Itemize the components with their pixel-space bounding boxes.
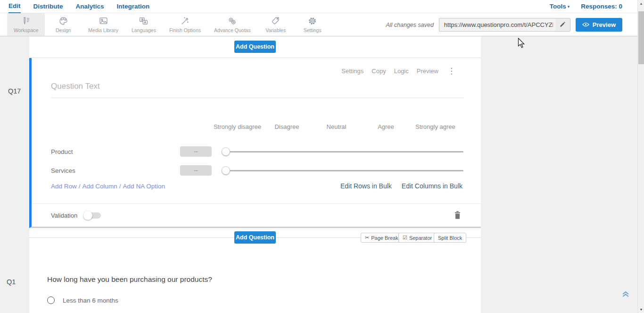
validation-toggle[interactable] [84, 212, 101, 219]
add-links: Add Row/Add Column/Add NA Option [51, 183, 165, 190]
question-logic-link[interactable]: Logic [394, 68, 409, 75]
edit-rows-bulk-link[interactable]: Edit Rows in Bulk [340, 182, 392, 190]
rating-slider [222, 147, 463, 156]
toolbar-item-label: Advance Quotas [214, 27, 251, 33]
nav-tab-distribute[interactable]: Distribute [33, 0, 63, 13]
separator-label: Separator [409, 235, 432, 241]
toolbar-item-label: Languages [132, 27, 156, 33]
toolbar-item-label: Workspace [14, 27, 38, 33]
question-actions: Settings Copy Logic Preview ⋮ [341, 68, 456, 75]
question-preview-link[interactable]: Preview [417, 68, 438, 75]
toolbar-item-label: Settings [304, 27, 322, 33]
toolbar-item-advance-quotas[interactable]: Advance Quotas [207, 13, 257, 36]
question-text-input[interactable]: Question Text [51, 82, 464, 98]
add-na-option-link[interactable]: Add NA Option [123, 183, 165, 190]
scrollbar-down-arrow[interactable]: ▼ [638, 306, 644, 313]
question-copy-link[interactable]: Copy [372, 68, 386, 75]
toolbar-item-settings[interactable]: Settings [294, 13, 331, 36]
q1-title[interactable]: How long have you been purchasing our pr… [47, 275, 212, 284]
scrollbar-up-arrow[interactable]: ▲ [638, 0, 644, 7]
survey-url-field [439, 18, 570, 32]
toolbar-item-label: Media Library [88, 27, 118, 33]
scale-label: Agree [361, 114, 411, 140]
scrollbar-thumb[interactable] [638, 11, 644, 64]
delete-question-button[interactable] [454, 211, 461, 221]
row-label-product[interactable]: Product [51, 148, 180, 155]
toolbar-item-design[interactable]: Design [45, 13, 82, 36]
separator-button[interactable]: ☑ Separator [398, 233, 436, 243]
responses-count[interactable]: Responses: 0 [581, 0, 622, 13]
row-label-services[interactable]: Services [51, 167, 180, 174]
eye-icon [582, 21, 589, 28]
validation-row: Validation [32, 203, 483, 227]
add-question-strip-top: Add Question [29, 36, 481, 58]
questionpro-survey-editor: Edit Distribute Analytics Integration To… [0, 0, 644, 313]
palette-icon [58, 16, 68, 26]
q1-option[interactable]: Less than 6 months [47, 296, 118, 304]
checkbox-icon: ☑ [403, 235, 407, 241]
slider-handle[interactable] [222, 166, 230, 175]
edit-url-button[interactable] [556, 18, 570, 31]
top-nav: Edit Distribute Analytics Integration To… [0, 0, 637, 13]
radio-button-icon[interactable] [47, 296, 55, 304]
double-chevron-up-icon [621, 292, 630, 300]
insert-strip: Add Question ✂ Page Break ☑ Separator Sp… [29, 228, 481, 247]
translate-icon [139, 16, 149, 26]
toolbar-item-variables[interactable]: Variables [257, 13, 294, 36]
scroll-to-top-button[interactable] [621, 289, 630, 301]
add-column-link[interactable]: Add Column [83, 183, 117, 190]
bulk-links: Edit Rows in Bulk Edit Columns in Bulk [340, 182, 462, 190]
question-card-q17: Settings Copy Logic Preview ⋮ Question T… [29, 58, 481, 228]
q1-option-label: Less than 6 months [63, 297, 118, 304]
question-card-q1: How long have you been purchasing our pr… [29, 247, 481, 313]
toolbar-right: All changes saved Preview [386, 13, 622, 36]
save-status-text: All changes saved [386, 22, 433, 28]
toolbar-item-media-library[interactable]: Media Library [82, 13, 125, 36]
editor-toolbar: Workspace Design Media L [0, 13, 637, 36]
toolbar-item-finish-options[interactable]: Finish Options [163, 13, 207, 36]
page-break-button[interactable]: ✂ Page Break [361, 233, 403, 243]
toolbar-items: Workspace Design Media L [7, 13, 331, 36]
nav-tab-edit[interactable]: Edit [8, 0, 21, 13]
preview-button[interactable]: Preview [576, 18, 622, 32]
matrix-row-product: Product -- [32, 142, 483, 161]
slider-value-box: -- [180, 165, 212, 176]
scale-label: Neutral [312, 114, 361, 140]
add-row-link[interactable]: Add Row [51, 183, 77, 190]
toolbar-item-workspace[interactable]: Workspace [7, 13, 45, 36]
slider-handle[interactable] [222, 147, 230, 156]
vertical-scrollbar: ▲ ▼ [637, 0, 644, 313]
row-column-links: Add Row/Add Column/Add NA Option Edit Ro… [32, 180, 483, 194]
split-block-button[interactable]: Split Block [434, 233, 466, 243]
scale-label: Strongly agree [411, 114, 460, 140]
pencil-icon [560, 21, 566, 29]
add-question-button-top[interactable]: Add Question [234, 41, 276, 53]
add-question-button-bottom[interactable]: Add Question [234, 231, 276, 244]
toolbar-item-languages[interactable]: Languages [125, 13, 163, 36]
nav-tab-analytics[interactable]: Analytics [76, 0, 104, 13]
question-settings-link[interactable]: Settings [341, 68, 363, 75]
slider-track[interactable] [226, 151, 463, 152]
slider-value-box: -- [180, 146, 212, 157]
question-number-q1: Q1 [7, 278, 16, 286]
matrix-row-services: Services -- [32, 161, 483, 180]
link-separator: / [77, 183, 83, 190]
kebab-menu-icon[interactable]: ⋮ [446, 68, 456, 75]
rating-slider [222, 166, 463, 175]
split-block-label: Split Block [438, 235, 462, 241]
nav-tab-integration[interactable]: Integration [117, 0, 150, 13]
scale-label: Disagree [262, 114, 312, 140]
survey-url-input[interactable] [439, 18, 556, 31]
top-nav-right: Tools▾ Responses: 0 [550, 0, 622, 13]
validation-label: Validation [51, 212, 77, 219]
tools-menu[interactable]: Tools▾ [550, 0, 570, 13]
edit-columns-bulk-link[interactable]: Edit Columns in Bulk [402, 182, 462, 190]
tools-label: Tools [550, 3, 566, 10]
caret-down-icon: ▾ [568, 4, 570, 9]
link-separator: / [117, 183, 123, 190]
top-nav-tabs: Edit Distribute Analytics Integration [0, 0, 149, 13]
preview-button-label: Preview [593, 21, 616, 28]
toolbar-item-label: Variables [265, 27, 286, 33]
scale-header-row: Strongly disagree Disagree Neutral Agree… [213, 114, 460, 140]
slider-track[interactable] [226, 170, 463, 171]
